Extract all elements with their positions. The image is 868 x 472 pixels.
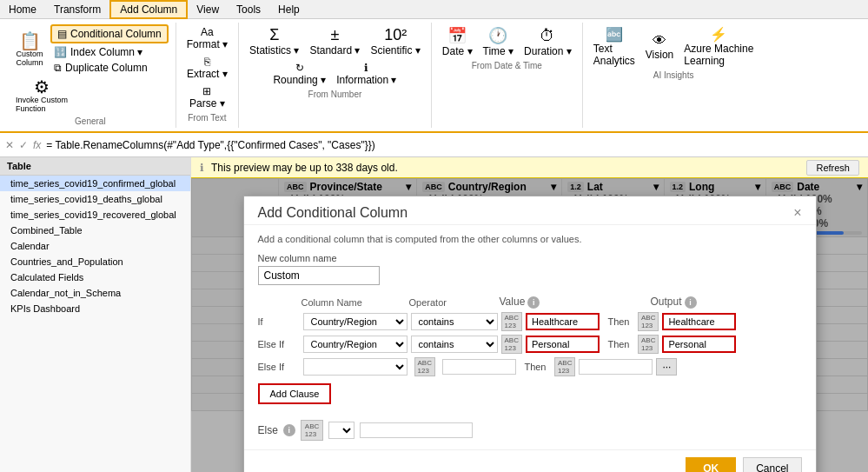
duplicate-column-button[interactable]: ⧉Duplicate Column [50,61,169,75]
refresh-button[interactable]: Refresh [806,160,859,176]
else-if-2-column-select[interactable] [303,358,407,376]
new-col-name-label: New column name [258,253,802,263]
modal-body: Add a conditional column that is compute… [244,225,816,449]
column-name-header: Column Name [301,297,406,308]
ribbon: 📋 CustomColumn ▤ Conditional Column 🔢Ind… [0,19,868,133]
parse-button[interactable]: ⊞Parse ▾ [183,83,231,111]
else-if-1-operator-select[interactable]: contains [411,336,498,353]
else-if-2-then-label: Then [520,362,551,372]
modal-overlay: Add Conditional Column × Add a condition… [191,178,868,472]
index-column-button[interactable]: 🔢Index Column ▾ [50,45,169,59]
main-area: Table time_series_covid19_confirmed_glob… [0,157,868,472]
vision-button[interactable]: 👁Vision [642,31,677,63]
sidebar-item-confirmed[interactable]: time_series_covid19_confirmed_global [0,176,190,191]
invoke-custom-function-button[interactable]: ⚙ Invoke CustomFunction [12,76,71,115]
ribbon-group-ai: 🔤TextAnalytics 👁Vision ⚡Azure MachineLea… [583,23,765,128]
sidebar-header: Table [0,157,190,176]
statistics-button[interactable]: ΣStatistics ▾ [246,24,302,58]
else-section: Else i ABC123 ▾ [258,420,802,441]
condition-row-else-if-2: Else If ABC123 Then ABC123 ··· [258,357,802,376]
else-if-2-label: Else If [258,362,300,372]
value-header: Value i [500,296,613,309]
else-if-2-output-type: ABC123 [554,357,575,376]
custom-column-button[interactable]: 📋 CustomColumn [12,30,47,69]
else-info-icon: i [283,424,295,436]
date-button[interactable]: 📅Date ▾ [439,24,476,59]
menu-view[interactable]: View [188,2,228,17]
menu-help[interactable]: Help [269,2,308,17]
sidebar-item-calendar-not-in[interactable]: Calendar_not_in_Schema [0,285,190,301]
rounding-button[interactable]: ↻Rounding ▾ [269,60,329,88]
menu-tools[interactable]: Tools [228,2,269,17]
info-message: This preview may be up to 338 days old. [211,162,398,174]
general-group-label: General [75,116,106,126]
menu-add-column[interactable]: Add Column [109,0,188,19]
formula-cancel-icon[interactable]: ✕ [5,139,14,151]
conditional-column-button[interactable]: ▤ Conditional Column [50,24,169,43]
condition-row-else-if-1: Else If Country/Region contains ABC123 T… [258,335,802,354]
new-col-name-input[interactable] [258,266,380,285]
else-if-1-value-type: ABC123 [501,335,522,354]
else-if-1-output-type: ABC123 [638,335,659,354]
formula-fx-label: fx [33,139,41,151]
from-text-label: From Text [188,113,226,123]
format-button[interactable]: AaFormat ▾ [183,24,231,52]
time-button[interactable]: 🕐Time ▾ [480,24,518,59]
from-date-label: From Date & Time [472,61,542,70]
azure-ml-button[interactable]: ⚡Azure MachineLearning [680,24,757,69]
else-if-2-more-button[interactable]: ··· [656,358,677,376]
else-if-2-output-input[interactable] [579,359,653,375]
ribbon-group-general: 📋 CustomColumn ▤ Conditional Column 🔢Ind… [5,23,176,128]
else-if-1-column-select[interactable]: Country/Region [303,336,407,353]
else-value-input[interactable] [360,422,473,438]
information-button[interactable]: ℹInformation ▾ [333,60,400,88]
if-column-select[interactable]: Country/Region [303,313,407,330]
from-number-label: From Number [308,90,362,99]
ribbon-group-from-date: 📅Date ▾ 🕐Time ▾ ⏱Duration ▾ From Date & … [432,23,583,128]
sidebar-item-calendar[interactable]: Calendar [0,238,190,254]
else-if-2-value-input[interactable] [442,359,516,375]
ribbon-group-from-text: AaFormat ▾ ⎘Extract ▾ ⊞Parse ▾ From Text [176,23,239,128]
if-output-input[interactable] [662,313,736,330]
sidebar-item-deaths[interactable]: time_series_covid19_deaths_global [0,191,190,207]
sidebar-item-calc-fields[interactable]: Calculated Fields [0,269,190,285]
value-info-icon: i [527,296,540,309]
else-if-1-value-input[interactable] [526,336,600,353]
menu-bar: Home Transform Add Column View Tools Hel… [0,0,868,19]
menu-home[interactable]: Home [0,2,45,17]
sidebar-item-recovered[interactable]: time_series_covid19_recovered_global [0,207,190,223]
if-value-input[interactable] [526,313,600,330]
text-analytics-button[interactable]: 🔤TextAnalytics [590,24,639,69]
ribbon-group-from-number: ΣStatistics ▾ ±Standard ▾ 10²Scientific … [239,23,432,128]
else-label: Else [258,424,278,436]
modal-title: Add Conditional Column [258,205,408,221]
condition-row-if: If Country/Region contains ABC123 Then A… [258,312,802,331]
cancel-button[interactable]: Cancel [743,457,801,472]
else-if-1-output-input[interactable] [662,336,736,353]
if-operator-select[interactable]: contains [411,313,498,330]
if-value-type: ABC123 [501,312,522,331]
scientific-button[interactable]: 10²Scientific ▾ [367,24,423,58]
modal-close-button[interactable]: × [793,206,801,220]
info-icon: ℹ [200,162,204,174]
else-type-badge: ABC123 [301,420,323,441]
formula-input[interactable] [46,139,863,151]
sidebar-item-kpis[interactable]: KPIs Dashboard [0,301,190,316]
formula-bar: ✕ ✓ fx [0,133,868,157]
formula-accept-icon[interactable]: ✓ [19,139,28,151]
standard-button[interactable]: ±Standard ▾ [306,24,363,58]
ai-insights-label: AI Insights [653,70,694,80]
else-if-2-value-type: ABC123 [414,357,435,376]
else-if-1-label: Else If [258,339,300,349]
duration-button[interactable]: ⏱Duration ▾ [520,25,575,59]
if-then-label: Then [603,316,634,327]
extract-button[interactable]: ⎘Extract ▾ [183,54,231,82]
modal-footer: OK Cancel [244,449,816,472]
menu-transform[interactable]: Transform [45,2,109,17]
sidebar-item-combined[interactable]: Combined_Table [0,223,190,238]
sidebar-item-countries[interactable]: Countries_and_Population [0,254,190,269]
ok-button[interactable]: OK [686,457,736,472]
else-type-select[interactable]: ▾ [328,422,354,439]
modal-add-conditional-column: Add Conditional Column × Add a condition… [243,196,817,472]
add-clause-button[interactable]: Add Clause [258,383,332,404]
